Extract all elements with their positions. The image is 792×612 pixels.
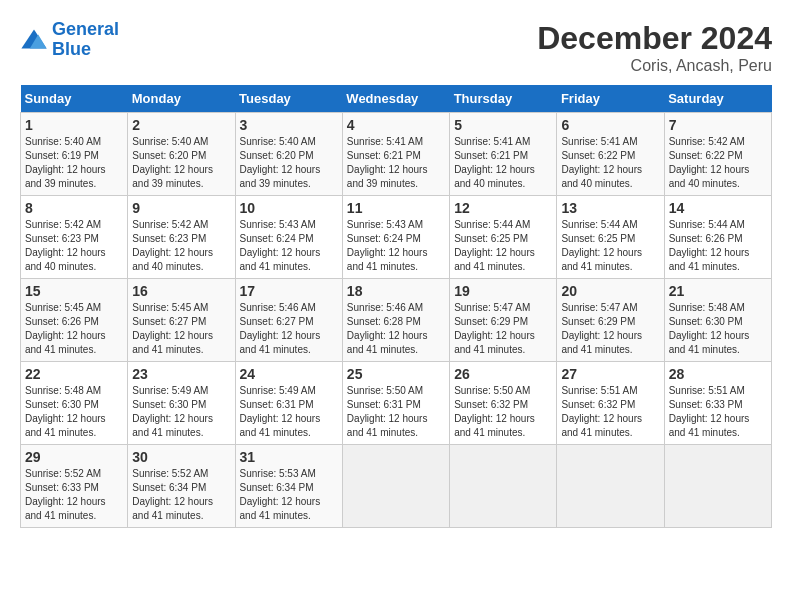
calendar-cell: 30Sunrise: 5:52 AM Sunset: 6:34 PM Dayli… bbox=[128, 445, 235, 528]
day-number: 26 bbox=[454, 366, 552, 382]
calendar-cell: 31Sunrise: 5:53 AM Sunset: 6:34 PM Dayli… bbox=[235, 445, 342, 528]
calendar-cell bbox=[342, 445, 449, 528]
day-info: Sunrise: 5:47 AM Sunset: 6:29 PM Dayligh… bbox=[561, 301, 659, 357]
day-number: 3 bbox=[240, 117, 338, 133]
calendar-cell: 19Sunrise: 5:47 AM Sunset: 6:29 PM Dayli… bbox=[450, 279, 557, 362]
day-number: 13 bbox=[561, 200, 659, 216]
calendar-cell: 17Sunrise: 5:46 AM Sunset: 6:27 PM Dayli… bbox=[235, 279, 342, 362]
day-info: Sunrise: 5:44 AM Sunset: 6:26 PM Dayligh… bbox=[669, 218, 767, 274]
day-number: 25 bbox=[347, 366, 445, 382]
day-info: Sunrise: 5:42 AM Sunset: 6:23 PM Dayligh… bbox=[132, 218, 230, 274]
logo-icon bbox=[20, 26, 48, 54]
day-info: Sunrise: 5:51 AM Sunset: 6:33 PM Dayligh… bbox=[669, 384, 767, 440]
day-number: 4 bbox=[347, 117, 445, 133]
weekday-header-friday: Friday bbox=[557, 85, 664, 113]
day-number: 14 bbox=[669, 200, 767, 216]
calendar-cell: 27Sunrise: 5:51 AM Sunset: 6:32 PM Dayli… bbox=[557, 362, 664, 445]
day-info: Sunrise: 5:44 AM Sunset: 6:25 PM Dayligh… bbox=[454, 218, 552, 274]
day-number: 7 bbox=[669, 117, 767, 133]
day-number: 30 bbox=[132, 449, 230, 465]
weekday-header-monday: Monday bbox=[128, 85, 235, 113]
calendar-week-3: 15Sunrise: 5:45 AM Sunset: 6:26 PM Dayli… bbox=[21, 279, 772, 362]
day-info: Sunrise: 5:40 AM Sunset: 6:20 PM Dayligh… bbox=[240, 135, 338, 191]
day-info: Sunrise: 5:42 AM Sunset: 6:22 PM Dayligh… bbox=[669, 135, 767, 191]
day-info: Sunrise: 5:41 AM Sunset: 6:21 PM Dayligh… bbox=[454, 135, 552, 191]
logo: General Blue bbox=[20, 20, 119, 60]
calendar-cell: 12Sunrise: 5:44 AM Sunset: 6:25 PM Dayli… bbox=[450, 196, 557, 279]
day-info: Sunrise: 5:44 AM Sunset: 6:25 PM Dayligh… bbox=[561, 218, 659, 274]
day-number: 12 bbox=[454, 200, 552, 216]
day-number: 2 bbox=[132, 117, 230, 133]
day-info: Sunrise: 5:45 AM Sunset: 6:26 PM Dayligh… bbox=[25, 301, 123, 357]
calendar-cell: 26Sunrise: 5:50 AM Sunset: 6:32 PM Dayli… bbox=[450, 362, 557, 445]
calendar-cell: 4Sunrise: 5:41 AM Sunset: 6:21 PM Daylig… bbox=[342, 113, 449, 196]
calendar-cell: 2Sunrise: 5:40 AM Sunset: 6:20 PM Daylig… bbox=[128, 113, 235, 196]
calendar-cell: 13Sunrise: 5:44 AM Sunset: 6:25 PM Dayli… bbox=[557, 196, 664, 279]
calendar-cell bbox=[664, 445, 771, 528]
day-info: Sunrise: 5:45 AM Sunset: 6:27 PM Dayligh… bbox=[132, 301, 230, 357]
day-number: 17 bbox=[240, 283, 338, 299]
calendar-cell: 6Sunrise: 5:41 AM Sunset: 6:22 PM Daylig… bbox=[557, 113, 664, 196]
calendar-week-1: 1Sunrise: 5:40 AM Sunset: 6:19 PM Daylig… bbox=[21, 113, 772, 196]
day-number: 23 bbox=[132, 366, 230, 382]
day-info: Sunrise: 5:40 AM Sunset: 6:20 PM Dayligh… bbox=[132, 135, 230, 191]
weekday-header-saturday: Saturday bbox=[664, 85, 771, 113]
title-block: December 2024 Coris, Ancash, Peru bbox=[537, 20, 772, 75]
calendar-cell: 20Sunrise: 5:47 AM Sunset: 6:29 PM Dayli… bbox=[557, 279, 664, 362]
day-number: 31 bbox=[240, 449, 338, 465]
day-number: 6 bbox=[561, 117, 659, 133]
day-info: Sunrise: 5:51 AM Sunset: 6:32 PM Dayligh… bbox=[561, 384, 659, 440]
day-info: Sunrise: 5:52 AM Sunset: 6:34 PM Dayligh… bbox=[132, 467, 230, 523]
day-info: Sunrise: 5:48 AM Sunset: 6:30 PM Dayligh… bbox=[25, 384, 123, 440]
page-header: General Blue December 2024 Coris, Ancash… bbox=[20, 20, 772, 75]
day-number: 20 bbox=[561, 283, 659, 299]
day-number: 10 bbox=[240, 200, 338, 216]
weekday-header-thursday: Thursday bbox=[450, 85, 557, 113]
day-info: Sunrise: 5:53 AM Sunset: 6:34 PM Dayligh… bbox=[240, 467, 338, 523]
day-number: 21 bbox=[669, 283, 767, 299]
day-number: 5 bbox=[454, 117, 552, 133]
day-number: 11 bbox=[347, 200, 445, 216]
day-number: 27 bbox=[561, 366, 659, 382]
calendar-cell: 15Sunrise: 5:45 AM Sunset: 6:26 PM Dayli… bbox=[21, 279, 128, 362]
calendar-cell: 5Sunrise: 5:41 AM Sunset: 6:21 PM Daylig… bbox=[450, 113, 557, 196]
day-info: Sunrise: 5:43 AM Sunset: 6:24 PM Dayligh… bbox=[347, 218, 445, 274]
calendar-cell: 21Sunrise: 5:48 AM Sunset: 6:30 PM Dayli… bbox=[664, 279, 771, 362]
logo-text: General Blue bbox=[52, 20, 119, 60]
calendar-cell: 16Sunrise: 5:45 AM Sunset: 6:27 PM Dayli… bbox=[128, 279, 235, 362]
weekday-header-sunday: Sunday bbox=[21, 85, 128, 113]
calendar-cell: 9Sunrise: 5:42 AM Sunset: 6:23 PM Daylig… bbox=[128, 196, 235, 279]
calendar-subtitle: Coris, Ancash, Peru bbox=[537, 57, 772, 75]
calendar-cell: 24Sunrise: 5:49 AM Sunset: 6:31 PM Dayli… bbox=[235, 362, 342, 445]
calendar-week-2: 8Sunrise: 5:42 AM Sunset: 6:23 PM Daylig… bbox=[21, 196, 772, 279]
day-number: 29 bbox=[25, 449, 123, 465]
weekday-header-wednesday: Wednesday bbox=[342, 85, 449, 113]
day-number: 15 bbox=[25, 283, 123, 299]
calendar-cell: 1Sunrise: 5:40 AM Sunset: 6:19 PM Daylig… bbox=[21, 113, 128, 196]
day-info: Sunrise: 5:48 AM Sunset: 6:30 PM Dayligh… bbox=[669, 301, 767, 357]
day-info: Sunrise: 5:41 AM Sunset: 6:21 PM Dayligh… bbox=[347, 135, 445, 191]
calendar-cell: 22Sunrise: 5:48 AM Sunset: 6:30 PM Dayli… bbox=[21, 362, 128, 445]
day-info: Sunrise: 5:49 AM Sunset: 6:31 PM Dayligh… bbox=[240, 384, 338, 440]
logo-line2: Blue bbox=[52, 39, 91, 59]
day-info: Sunrise: 5:41 AM Sunset: 6:22 PM Dayligh… bbox=[561, 135, 659, 191]
calendar-title: December 2024 bbox=[537, 20, 772, 57]
day-info: Sunrise: 5:50 AM Sunset: 6:32 PM Dayligh… bbox=[454, 384, 552, 440]
weekday-header-tuesday: Tuesday bbox=[235, 85, 342, 113]
calendar-cell: 29Sunrise: 5:52 AM Sunset: 6:33 PM Dayli… bbox=[21, 445, 128, 528]
day-info: Sunrise: 5:52 AM Sunset: 6:33 PM Dayligh… bbox=[25, 467, 123, 523]
day-number: 1 bbox=[25, 117, 123, 133]
calendar-cell: 10Sunrise: 5:43 AM Sunset: 6:24 PM Dayli… bbox=[235, 196, 342, 279]
day-number: 22 bbox=[25, 366, 123, 382]
calendar-cell: 18Sunrise: 5:46 AM Sunset: 6:28 PM Dayli… bbox=[342, 279, 449, 362]
calendar-cell bbox=[557, 445, 664, 528]
calendar-cell bbox=[450, 445, 557, 528]
day-number: 28 bbox=[669, 366, 767, 382]
day-number: 8 bbox=[25, 200, 123, 216]
calendar-week-4: 22Sunrise: 5:48 AM Sunset: 6:30 PM Dayli… bbox=[21, 362, 772, 445]
day-info: Sunrise: 5:46 AM Sunset: 6:28 PM Dayligh… bbox=[347, 301, 445, 357]
day-number: 19 bbox=[454, 283, 552, 299]
day-number: 24 bbox=[240, 366, 338, 382]
logo-line1: General bbox=[52, 19, 119, 39]
day-info: Sunrise: 5:43 AM Sunset: 6:24 PM Dayligh… bbox=[240, 218, 338, 274]
